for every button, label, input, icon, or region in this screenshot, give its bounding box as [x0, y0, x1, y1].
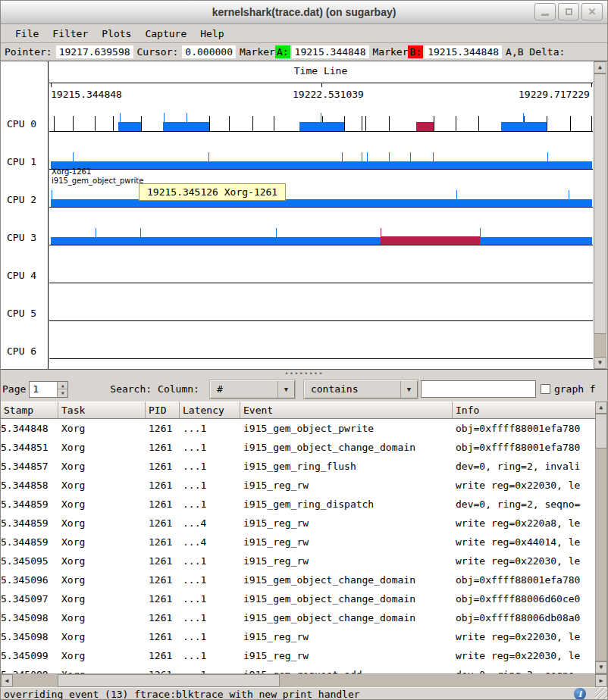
cell-task: Xorg — [58, 646, 146, 665]
cell-stamp: 5.344858 — [1, 476, 58, 495]
cell-stamp: 5.344859 — [1, 514, 58, 533]
event-tick — [140, 228, 141, 237]
scroll-left-button[interactable]: ◀ — [1, 674, 13, 687]
cell-latency: ...1 — [180, 646, 240, 665]
cell-task: Xorg — [58, 552, 146, 570]
cursor-label: Cursor: — [135, 46, 181, 58]
scroll-thumb[interactable] — [595, 414, 607, 448]
titlebar[interactable]: kernelshark(trace.dat) (on sugarbay) ✕ — [1, 1, 607, 24]
table-row[interactable]: 5.345098Xorg1261...1i915_reg_rwwrite reg… — [1, 627, 597, 646]
scroll-thumb[interactable] — [594, 73, 606, 334]
cell-latency: ...1 — [180, 589, 240, 608]
scroll-down-button[interactable]: ▼ — [594, 357, 606, 369]
cpu-baseline — [49, 207, 593, 208]
scroll-down-button[interactable]: ▼ — [595, 661, 607, 673]
column-header-event[interactable]: Event — [240, 402, 453, 419]
cell-task: Xorg — [58, 457, 146, 476]
event-tick — [95, 116, 96, 131]
table-row[interactable]: 5.344858Xorg1261...1i915_reg_rwwrite reg… — [1, 476, 597, 495]
cell-info: write reg=0x22030, le — [453, 627, 597, 646]
table-row[interactable]: 5.344859Xorg1261...4i915_reg_rwwrite reg… — [1, 514, 597, 533]
event-tick — [365, 116, 366, 131]
menubar: File Filter Plots Capture Help — [1, 24, 607, 43]
scroll-up-button[interactable]: ▲ — [594, 61, 606, 73]
cell-stamp: 5.345098 — [1, 608, 58, 627]
cell-latency: ...1 — [180, 552, 240, 570]
cell-event: i915_gem_object_change_domain — [240, 608, 453, 627]
event-tick — [367, 152, 368, 161]
marker-b-chip[interactable]: B: — [408, 45, 423, 58]
maximize-button[interactable] — [558, 3, 579, 20]
cpu-baseline — [49, 283, 593, 283]
graph-vertical-scrollbar[interactable]: ▲ ▼ — [594, 61, 606, 369]
cell-info: write reg=0x22030, le — [453, 646, 597, 665]
cpu-task-bar — [118, 122, 141, 131]
table-row[interactable]: 5.344851Xorg1261...1i915_gem_object_chan… — [1, 438, 597, 457]
event-tick — [569, 190, 569, 199]
page-spinner[interactable]: 1 ▲ ▼ — [29, 381, 68, 398]
resize-grip[interactable] — [595, 688, 607, 700]
cell-task: Xorg — [58, 608, 146, 627]
timeline-graph[interactable]: Time Line 19215.34484819222.53103919229.… — [1, 61, 607, 370]
event-tick — [274, 116, 274, 131]
time-axis-label: 19222.531039 — [293, 89, 364, 100]
scroll-track[interactable] — [595, 414, 607, 661]
match-select[interactable]: contains ▼ — [304, 380, 418, 398]
column-select[interactable]: # ▼ — [210, 380, 295, 398]
window-controls: ✕ — [534, 3, 603, 20]
page-spin-down-icon[interactable]: ▼ — [58, 389, 67, 397]
pane-splitter[interactable]: •••••••• — [1, 370, 607, 377]
table-row[interactable]: 5.345096Xorg1261...1i915_gem_object_chan… — [1, 570, 597, 589]
table-row[interactable]: 5.345098Xorg1261...1i915_gem_object_chan… — [1, 608, 597, 627]
menu-filter[interactable]: Filter — [45, 27, 95, 41]
maximize-icon — [566, 8, 572, 15]
cell-pid: 1261 — [146, 665, 180, 673]
kernelshark-window: kernelshark(trace.dat) (on sugarbay) ✕ F… — [0, 0, 608, 700]
column-header-latency[interactable]: Latency — [180, 402, 240, 419]
cell-stamp: 5.345099 — [1, 646, 58, 665]
close-button[interactable]: ✕ — [581, 3, 603, 20]
pointer-label: Pointer: — [2, 46, 55, 58]
table-horizontal-scrollbar[interactable]: ◀ ▶ — [1, 673, 607, 687]
cell-stamp: 5.345095 — [1, 552, 58, 570]
menu-capture[interactable]: Capture — [138, 27, 193, 41]
menu-help[interactable]: Help — [193, 27, 230, 41]
window-title: kernelshark(trace.dat) (on sugarbay) — [1, 6, 607, 18]
cell-pid: 1261 — [146, 552, 180, 570]
menu-plots[interactable]: Plots — [95, 27, 138, 41]
scroll-up-button[interactable]: ▲ — [595, 402, 607, 414]
table-row[interactable]: 5.345095Xorg1261...1i915_reg_rwwrite reg… — [1, 552, 597, 570]
table-row[interactable]: 5.345099Xorg1261...1i915_gem_request_add… — [1, 665, 597, 673]
cpu-task-bar-red — [416, 122, 434, 131]
table-row[interactable]: 5.344857Xorg1261...1i915_gem_ring_flushd… — [1, 457, 597, 476]
column-header-pid[interactable]: PID — [146, 402, 180, 419]
graph-follows-checkbox[interactable] — [541, 384, 550, 394]
menu-file[interactable]: File — [8, 27, 45, 41]
table-row[interactable]: 5.344848Xorg1261...1i915_gem_object_pwri… — [1, 419, 597, 438]
search-input[interactable] — [421, 380, 536, 398]
timeline-title: Time Line — [49, 65, 592, 77]
scroll-right-button[interactable]: ▶ — [595, 674, 607, 687]
table-row[interactable]: 5.344859Xorg1261...1i915_gem_ring_dispat… — [1, 495, 597, 514]
info-icon[interactable]: i — [574, 688, 586, 700]
cpu-row-label: CPU 6 — [7, 345, 36, 357]
marker-a-chip[interactable]: A: — [275, 45, 290, 58]
cell-latency: ...4 — [180, 514, 240, 533]
event-tick — [434, 116, 434, 131]
event-tick — [208, 152, 209, 161]
column-header-task[interactable]: Task — [58, 402, 146, 419]
marker-b-label: Marker — [371, 46, 409, 58]
table-row[interactable]: 5.345099Xorg1261...1i915_reg_rwwrite reg… — [1, 646, 597, 665]
cell-event: i915_reg_rw — [240, 514, 453, 533]
table-row[interactable]: 5.344859Xorg1261...4i915_reg_rwwrite reg… — [1, 533, 597, 552]
column-header-stamp[interactable]: Stamp — [1, 402, 58, 419]
cpu-task-bar — [299, 122, 344, 131]
minimize-button[interactable] — [534, 3, 556, 20]
table-vertical-scrollbar[interactable]: ▲ ▼ — [595, 402, 607, 673]
scroll-thumb[interactable] — [58, 674, 280, 687]
page-spin-buttons: ▲ ▼ — [57, 382, 67, 397]
table-row[interactable]: 5.345097Xorg1261...1i915_gem_object_chan… — [1, 589, 597, 608]
cell-pid: 1261 — [146, 608, 180, 627]
page-spin-up-icon[interactable]: ▲ — [58, 382, 67, 389]
column-header-info[interactable]: Info — [453, 402, 597, 419]
